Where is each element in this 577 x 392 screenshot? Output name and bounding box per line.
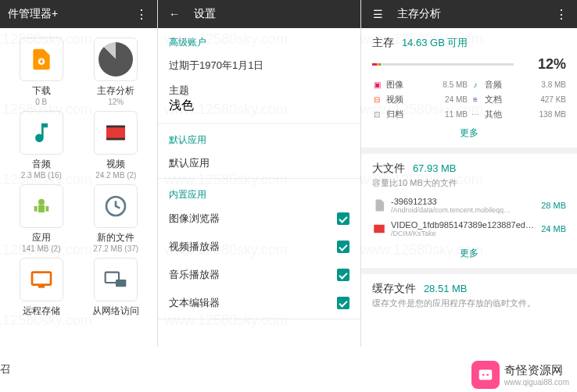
setting-label: 音乐播放器 bbox=[169, 268, 220, 282]
svg-rect-2 bbox=[106, 126, 125, 128]
tile-label: 主存分析 bbox=[81, 84, 152, 98]
storage-card: 主存 14.63 GB 可用 12% ▣图像8.5 MB♪音频3.8 MB⊟视频… bbox=[361, 28, 577, 154]
video-icon bbox=[94, 111, 138, 155]
svg-rect-13 bbox=[374, 225, 385, 233]
col1-topbar: 件管理器+ ⋮ bbox=[0, 0, 157, 28]
file-path: /Android/data/com.tencent.mobileqq… bbox=[391, 206, 536, 214]
svg-rect-7 bbox=[45, 206, 48, 212]
tile-audio[interactable]: 音频2.3 MB (16) bbox=[6, 111, 77, 180]
tile-sub: 0 B bbox=[6, 98, 77, 106]
tile-download[interactable]: 下载0 B bbox=[6, 37, 77, 106]
setting-row[interactable]: 视频播放器 bbox=[158, 233, 360, 261]
tile-sub: 27.2 MB (37) bbox=[81, 244, 152, 253]
file-size: 24 MB bbox=[541, 224, 566, 233]
checkbox-icon[interactable] bbox=[337, 297, 349, 309]
bigfiles-sub: 容量比10 MB大的文件 bbox=[372, 177, 566, 189]
svg-point-15 bbox=[482, 374, 485, 376]
tile-sub: 141 MB (2) bbox=[6, 244, 77, 253]
setting-row[interactable]: 文本编辑器 bbox=[158, 289, 360, 317]
category-icon: ⊡ bbox=[372, 110, 382, 119]
category-size: 24 MB bbox=[428, 95, 468, 104]
menu-dots-icon[interactable]: ⋮ bbox=[552, 7, 569, 22]
setting-label: 默认应用 bbox=[169, 156, 210, 170]
storage-more-button[interactable]: 更多 bbox=[372, 120, 566, 143]
svg-rect-10 bbox=[38, 286, 45, 288]
file-size: 28 MB bbox=[541, 201, 566, 210]
bar-segment bbox=[381, 63, 514, 66]
file-icon bbox=[372, 198, 386, 212]
network-icon bbox=[94, 258, 138, 301]
menu-dots-icon[interactable]: ⋮ bbox=[132, 7, 149, 22]
setting-row[interactable]: 默认应用 bbox=[158, 150, 360, 176]
tile-label: 新的文件 bbox=[81, 231, 152, 244]
download-icon bbox=[20, 37, 63, 81]
setting-value: 浅色 bbox=[169, 98, 349, 114]
watermark-site: 奇怪资源网 bbox=[504, 363, 569, 378]
cache-label: 缓存文件 bbox=[372, 282, 416, 294]
svg-rect-1 bbox=[106, 126, 125, 141]
category-icon: ⊟ bbox=[372, 95, 382, 105]
category-name: 音频 bbox=[485, 79, 524, 91]
file-name: VIDEO_1fdb985147389e123887ed95… bbox=[391, 220, 536, 230]
pie-icon bbox=[99, 42, 133, 77]
section-header: 高级账户 bbox=[158, 28, 360, 52]
hamburger-icon[interactable]: ☰ bbox=[369, 8, 386, 20]
tile-sub: 24.2 MB (2) bbox=[81, 171, 152, 180]
cache-sub: 缓存文件是您的应用程序存放的临时文件。 bbox=[372, 298, 566, 309]
file-row[interactable]: -396912133/Android/data/com.tencent.mobi… bbox=[372, 194, 566, 217]
section-header: 内置应用 bbox=[158, 180, 360, 205]
file-icon bbox=[372, 222, 386, 236]
cache-value: 28.51 MB bbox=[424, 283, 468, 294]
new-files-icon bbox=[94, 184, 138, 228]
checkbox-icon[interactable] bbox=[337, 241, 349, 253]
svg-rect-12 bbox=[116, 280, 126, 287]
category-icon: ⋯ bbox=[471, 110, 480, 119]
audio-icon bbox=[20, 111, 63, 155]
cache-card[interactable]: 缓存文件 28.51 MB 缓存文件是您的应用程序存放的临时文件。 bbox=[361, 274, 577, 314]
setting-label: 图像浏览器 bbox=[169, 212, 220, 226]
tile-label: 应用 bbox=[6, 231, 77, 244]
setting-label: 文本编辑器 bbox=[169, 296, 220, 310]
col3-topbar: ☰ 主存分析 ⋮ bbox=[361, 0, 577, 28]
file-row[interactable]: VIDEO_1fdb985147389e123887ed95…/DCIM/KsT… bbox=[372, 217, 566, 241]
tile-sub: 2.3 MB (16) bbox=[6, 171, 77, 180]
tile-apps[interactable]: 应用141 MB (2) bbox=[6, 184, 77, 253]
tile-new-files[interactable]: 新的文件27.2 MB (37) bbox=[81, 184, 152, 253]
setting-row[interactable]: 过期于1970年1月1日 bbox=[158, 52, 360, 79]
checkbox-icon[interactable] bbox=[337, 269, 349, 281]
storage-percent: 12% bbox=[538, 56, 566, 73]
category-name: 视频 bbox=[386, 94, 425, 105]
tile-video[interactable]: 视频24.2 MB (2) bbox=[81, 111, 152, 180]
category-name: 其他 bbox=[485, 109, 524, 120]
bigfiles-more-button[interactable]: 更多 bbox=[372, 241, 566, 263]
back-icon[interactable]: ← bbox=[166, 8, 183, 20]
settings-title: 设置 bbox=[194, 7, 216, 21]
app-title: 件管理器+ bbox=[8, 7, 58, 21]
svg-rect-9 bbox=[32, 273, 51, 285]
svg-point-4 bbox=[38, 199, 45, 205]
setting-label: 视频播放器 bbox=[169, 240, 220, 254]
tile-label: 下载 bbox=[6, 84, 77, 98]
category-name: 图像 bbox=[386, 79, 425, 91]
remote-icon bbox=[20, 258, 63, 301]
storage-bar bbox=[372, 63, 530, 66]
setting-label: 主题 bbox=[169, 84, 349, 98]
setting-row[interactable]: 图像浏览器 bbox=[158, 205, 360, 233]
checkbox-icon[interactable] bbox=[337, 212, 349, 225]
category-size: 138 MB bbox=[527, 110, 566, 119]
file-name: -396912133 bbox=[391, 197, 536, 206]
category-name: 文档 bbox=[485, 94, 524, 105]
setting-row[interactable]: 音乐播放器 bbox=[158, 261, 360, 289]
storage-label: 主存 bbox=[372, 36, 394, 48]
setting-row[interactable]: 主题浅色 bbox=[158, 79, 360, 122]
category-size: 3.8 MB bbox=[527, 80, 566, 89]
col2-topbar: ← 设置 bbox=[158, 0, 360, 28]
tile-storage-analysis[interactable]: 主存分析12% bbox=[81, 37, 152, 106]
category-size: 11 MB bbox=[428, 110, 468, 119]
tile-sub: 12% bbox=[81, 98, 152, 106]
tile-network[interactable]: 从网络访问 bbox=[81, 258, 152, 318]
bigfiles-label: 大文件 bbox=[372, 162, 405, 174]
bigfiles-card: 大文件 67.93 MB 容量比10 MB大的文件 -396912133/And… bbox=[361, 154, 577, 274]
apps-icon bbox=[20, 184, 63, 228]
tile-remote[interactable]: 远程存储 bbox=[6, 258, 77, 318]
